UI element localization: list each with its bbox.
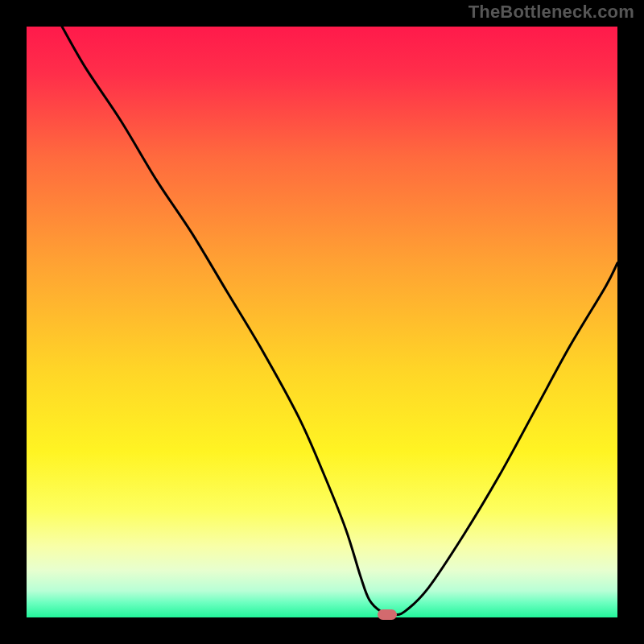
bottleneck-plot [27,27,617,617]
watermark-text: TheBottleneck.com [469,2,634,23]
optimum-marker [378,609,397,620]
chart-frame: TheBottleneck.com [0,0,644,644]
plot-background [27,27,617,617]
